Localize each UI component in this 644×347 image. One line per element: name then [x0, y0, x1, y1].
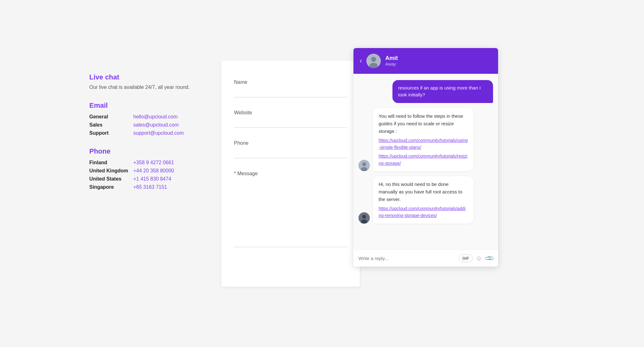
agent-avatar [366, 54, 381, 68]
name-input[interactable] [234, 88, 347, 93]
name-label: Name [234, 79, 347, 85]
phone-table: Finland +358 9 4272 0661 United Kingdom … [89, 159, 203, 191]
agent-avatar-small-1 [358, 160, 370, 171]
agent-reply-2-text: Hi, no this would need to be done manual… [379, 182, 462, 202]
svg-point-1 [371, 57, 376, 62]
email-value-support[interactable]: support@upcloud.com [133, 129, 203, 137]
list-item: Singapore +65 3163 7151 [89, 183, 203, 191]
email-label-general: General [89, 113, 133, 121]
agent-name: Amit [385, 55, 492, 62]
agent-reply-1-bubble: You will need to follow the steps in the… [373, 108, 474, 171]
message-input[interactable] [234, 179, 347, 242]
contact-form: Name Website Phone * Message [221, 61, 360, 287]
attach-icon[interactable]: 📎 [484, 253, 495, 264]
email-value-general[interactable]: hello@upcloud.com [133, 113, 203, 121]
phone-section: Phone Finland +358 9 4272 0661 United Ki… [89, 147, 203, 191]
email-value-sales[interactable]: sales@upcloud.com [133, 121, 203, 129]
agent-reply-1-text: You will need to follow the steps in the… [379, 113, 463, 134]
user-message-wrapper: resources if an app is using more than I… [358, 80, 493, 103]
website-label: Website [234, 110, 347, 116]
phone-value-uk: +44 20 358 80000 [133, 167, 203, 175]
list-item: General hello@upcloud.com [89, 113, 203, 121]
chat-panel: ‹ Amit Away resources if an app [353, 48, 498, 267]
phone-label-sg: Singapore [89, 183, 133, 191]
phone-label-uk: United Kingdom [89, 167, 133, 175]
phone-title: Phone [89, 147, 203, 155]
phone-field: Phone [234, 140, 347, 158]
message-label: * Message [234, 171, 347, 176]
email-label-support: Support [89, 129, 133, 137]
phone-input[interactable] [234, 149, 347, 154]
agent-reply-1-row: You will need to follow the steps in the… [358, 108, 493, 171]
reply2-link[interactable]: https://upcloud.com/community/tutorials/… [379, 205, 468, 219]
email-section: Email General hello@upcloud.com Sales sa… [89, 101, 203, 137]
list-item: Sales sales@upcloud.com [89, 121, 203, 129]
chat-back-button[interactable]: ‹ [360, 57, 362, 65]
list-item: United States +1 415 830 8474 [89, 175, 203, 183]
list-item: Finland +358 9 4272 0661 [89, 159, 203, 167]
live-chat-title: Live chat [89, 73, 203, 81]
reply1-link1[interactable]: https://upcloud.com/community/tutorials/… [379, 137, 468, 151]
phone-value-sg: +65 3163 7151 [133, 183, 203, 191]
content-area: Live chat Our live chat is available 24/… [70, 61, 574, 287]
agent-info: Amit Away [385, 55, 492, 67]
emoji-icon[interactable]: ☺ [476, 255, 482, 262]
phone-label: Phone [234, 140, 347, 146]
phone-label-finland: Finland [89, 159, 133, 167]
svg-point-7 [362, 215, 366, 219]
agent-avatar-small-2 [358, 212, 370, 224]
phone-value-us: +1 415 830 8474 [133, 175, 203, 183]
page-wrapper: Live chat Our live chat is available 24/… [0, 0, 644, 347]
left-panel: Live chat Our live chat is available 24/… [70, 61, 221, 214]
gif-button[interactable]: GIF [459, 254, 473, 262]
email-table: General hello@upcloud.com Sales sales@up… [89, 113, 203, 137]
website-input[interactable] [234, 118, 347, 124]
website-field: Website [234, 110, 347, 128]
agent-status: Away [385, 62, 492, 67]
message-field: * Message [234, 171, 347, 247]
name-field: Name [234, 79, 347, 97]
chat-reply-input[interactable] [358, 256, 456, 261]
live-chat-section: Live chat Our live chat is available 24/… [89, 73, 203, 90]
phone-value-finland: +358 9 4272 0661 [133, 159, 203, 167]
agent-reply-2-bubble: Hi, no this would need to be done manual… [373, 176, 474, 224]
reply1-link2[interactable]: https://upcloud.com/community/tutorials/… [379, 153, 468, 167]
list-item: Support support@upcloud.com [89, 129, 203, 137]
agent-reply-2-row: Hi, no this would need to be done manual… [358, 176, 493, 224]
list-item: United Kingdom +44 20 358 80000 [89, 167, 203, 175]
user-message-bubble: resources if an app is using more than I… [392, 80, 493, 103]
chat-body: resources if an app is using more than I… [353, 74, 498, 250]
email-label-sales: Sales [89, 121, 133, 129]
live-chat-desc: Our live chat is available 24/7, all yea… [89, 84, 203, 90]
chat-header: ‹ Amit Away [353, 48, 498, 74]
email-title: Email [89, 101, 203, 110]
phone-label-us: United States [89, 175, 133, 183]
chat-footer: GIF ☺ 📎 [353, 250, 498, 267]
svg-point-4 [362, 162, 366, 166]
